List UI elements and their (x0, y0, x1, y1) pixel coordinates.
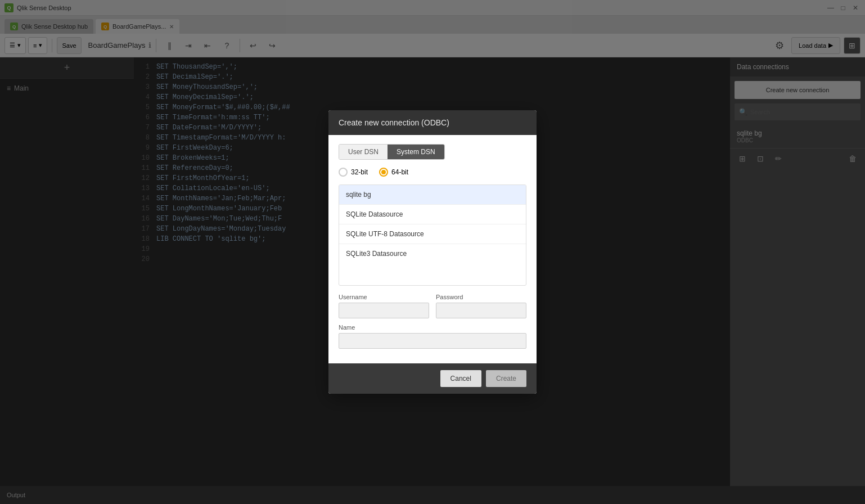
password-group: Password (436, 294, 526, 318)
modal: Create new connection (ODBC) User DSN Sy… (328, 110, 537, 394)
dsn-list-item[interactable]: SQLite UTF-8 Datasource (339, 224, 526, 244)
modal-footer: Cancel Create (328, 363, 537, 394)
username-input[interactable] (339, 303, 429, 318)
username-group: Username (339, 294, 429, 318)
32bit-radio[interactable] (339, 168, 348, 177)
dsn-tab-group: User DSN System DSN (339, 144, 445, 160)
username-label: Username (339, 294, 429, 300)
dsn-list-item[interactable]: sqlite bg (339, 185, 526, 205)
64bit-radio[interactable] (379, 168, 388, 177)
credentials-row: Username Password (339, 294, 526, 318)
modal-header: Create new connection (ODBC) (328, 110, 537, 135)
bit-radio-group: 32-bit 64-bit (339, 168, 526, 177)
name-input[interactable] (339, 333, 526, 349)
64bit-label: 64-bit (391, 168, 408, 176)
system-dsn-tab[interactable]: System DSN (388, 145, 444, 159)
cancel-button[interactable]: Cancel (440, 370, 481, 387)
modal-body: User DSN System DSN 32-bit 64-bit sqlite… (328, 135, 537, 363)
32bit-radio-label[interactable]: 32-bit (339, 168, 368, 177)
password-label: Password (436, 294, 526, 300)
32bit-label: 32-bit (351, 168, 368, 176)
dsn-list-item[interactable]: SQLite3 Datasource (339, 244, 526, 263)
password-input[interactable] (436, 303, 526, 318)
dsn-list[interactable]: sqlite bgSQLite DatasourceSQLite UTF-8 D… (339, 184, 526, 286)
create-button[interactable]: Create (486, 370, 526, 387)
name-row: Name (339, 324, 526, 349)
64bit-radio-label[interactable]: 64-bit (379, 168, 408, 177)
name-label: Name (339, 324, 526, 331)
modal-overlay: Create new connection (ODBC) User DSN Sy… (0, 0, 865, 504)
user-dsn-tab[interactable]: User DSN (339, 145, 388, 159)
dsn-list-item[interactable]: SQLite Datasource (339, 205, 526, 224)
name-group: Name (339, 324, 526, 349)
